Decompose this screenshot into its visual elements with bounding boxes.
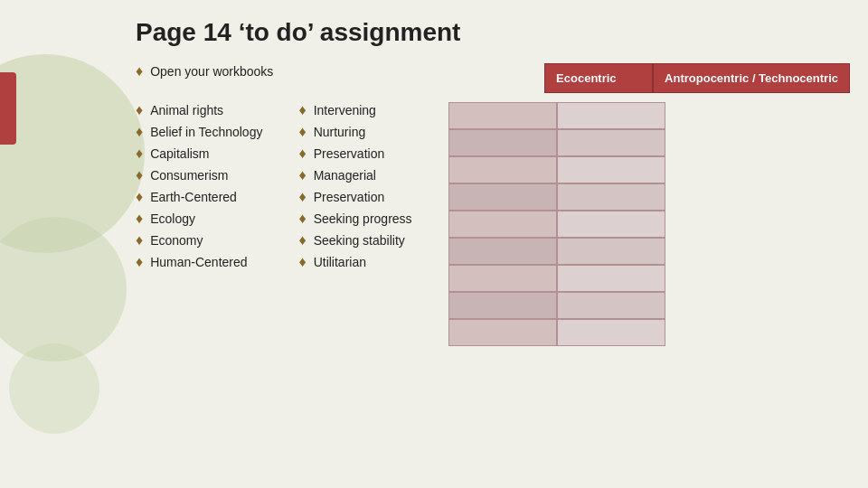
bullet-icon: ♦ [298,254,306,270]
red-tab [0,72,16,145]
bullet-icon: ♦ [136,102,143,118]
right-list-item: ♦Intervening [298,102,411,118]
bullet-icon: ♦ [136,254,143,270]
left-list: ♦Animal rights♦Belief in Technology♦Capi… [136,102,262,346]
left-list-label: Consumerism [150,168,228,183]
bullet-icon: ♦ [136,232,143,249]
td-ecocentric [448,183,557,211]
right-list-label: Preservation [314,190,385,204]
right-list-item: ♦Seeking progress [298,211,411,227]
right-list-item: ♦Preservation [298,145,411,162]
bullet-icon: ♦ [298,189,306,205]
left-list-label: Human-Centered [150,255,247,269]
table-row [448,129,665,156]
right-list-label: Seeking progress [314,211,412,226]
left-list-item: ♦Economy [136,232,262,249]
td-antropocentric [557,292,665,319]
circle-small [9,343,99,434]
table-row [448,102,665,129]
left-list-label: Belief in Technology [150,125,262,139]
table-row [448,292,665,319]
bullet-icon: ♦ [136,189,143,205]
td-antropocentric [557,238,665,265]
left-list-label: Ecology [150,211,195,226]
circle-large [0,54,145,253]
page-title: Page 14 ‘to do’ assignment [136,18,850,47]
left-list-item: ♦Human-Centered [136,254,262,270]
bullet-icon: ♦ [298,211,306,227]
right-list-label: Utilitarian [314,255,366,269]
right-list-item: ♦Seeking stability [298,232,411,249]
th-ecocentric: Ecocentric [544,63,653,93]
left-list-label: Capitalism [150,146,209,161]
right-list-item: ♦Managerial [298,167,411,183]
right-list-label: Intervening [314,103,376,117]
table-data-area [448,102,665,346]
open-workbooks-label: Open your workbooks [150,64,273,79]
th-antropocentric: Antropocentric / Technocentric [653,63,850,93]
table-row [448,156,665,183]
left-list-item: ♦Capitalism [136,145,262,162]
left-list-label: Earth-Centered [150,190,237,204]
right-list: ♦Intervening♦Nurturing♦Preservation♦Mana… [298,102,411,346]
right-list-label: Managerial [314,168,376,183]
left-list-label: Economy [150,233,203,248]
left-list-item: ♦Earth-Centered [136,189,262,205]
td-antropocentric [557,129,665,156]
right-list-item: ♦Preservation [298,189,411,205]
open-workbooks-item: ♦ Open your workbooks [136,63,273,80]
main-content: Page 14 ‘to do’ assignment ♦ Open your w… [136,18,850,470]
table-row [448,238,665,265]
td-antropocentric [557,183,665,211]
table-row [448,265,665,292]
td-ecocentric [448,129,557,156]
bullet-icon: ♦ [136,145,143,162]
background-decoration [0,0,145,488]
lists-area: ♦Animal rights♦Belief in Technology♦Capi… [136,102,850,346]
bullet-icon: ♦ [298,232,306,249]
left-list-item: ♦Ecology [136,211,262,227]
bullet-icon: ♦ [298,145,306,162]
right-list-item: ♦Utilitarian [298,254,411,270]
td-ecocentric [448,292,557,319]
top-area: ♦ Open your workbooks Ecocentric Antropo… [136,63,850,93]
right-list-label: Nurturing [314,125,366,139]
right-list-item: ♦Nurturing [298,124,411,140]
circle-medium [0,217,127,361]
table-header-row: Ecocentric Antropocentric / Technocentri… [544,63,850,93]
right-list-label: Seeking stability [314,233,405,248]
table-row [448,211,665,238]
left-list-item: ♦Consumerism [136,167,262,183]
td-antropocentric [557,102,665,129]
left-list-item: ♦Animal rights [136,102,262,118]
bullet-icon-workbooks: ♦ [136,63,143,80]
left-list-item: ♦Belief in Technology [136,124,262,140]
td-ecocentric [448,102,557,129]
table-row [448,319,665,346]
open-workbooks-section: ♦ Open your workbooks [136,63,273,92]
table-row [448,183,665,211]
bullet-icon: ♦ [298,102,306,118]
bullet-icon: ♦ [298,124,306,140]
td-ecocentric [448,319,557,346]
bullet-icon: ♦ [136,124,143,140]
td-antropocentric [557,319,665,346]
td-antropocentric [557,265,665,292]
td-ecocentric [448,211,557,238]
right-list-label: Preservation [314,146,385,161]
bullet-icon: ♦ [298,167,306,183]
bullet-icon: ♦ [136,211,143,227]
td-ecocentric [448,238,557,265]
bullet-icon: ♦ [136,167,143,183]
td-antropocentric [557,211,665,238]
td-ecocentric [448,156,557,183]
td-ecocentric [448,265,557,292]
td-antropocentric [557,156,665,183]
left-list-label: Animal rights [150,103,223,117]
